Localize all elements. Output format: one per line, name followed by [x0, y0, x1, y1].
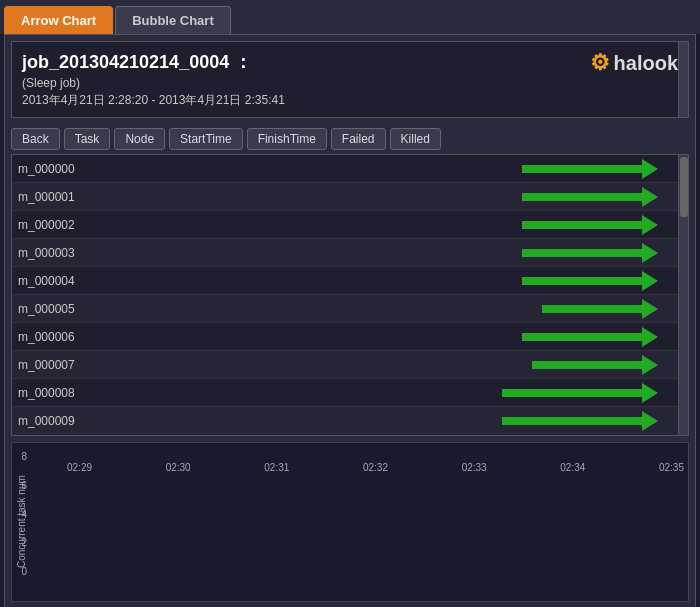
- arrow-indicator: [522, 243, 658, 263]
- arrow-indicator: [522, 215, 658, 235]
- x-axis-labels: 02:2902:3002:3102:3202:3302:3402:35: [67, 451, 684, 475]
- arrow-indicator: [522, 187, 658, 207]
- chart-wrapper: 86420 02:2902:3002:3102:3202:3302:3402:3…: [31, 443, 688, 601]
- row-content: [92, 183, 688, 210]
- arrow-shaft: [522, 249, 642, 257]
- arrow-row: m_000002: [12, 211, 688, 239]
- ctrl-btn-failed[interactable]: Failed: [331, 128, 386, 150]
- arrow-rows: m_000000m_000001m_000002m_000003m_000004…: [12, 155, 688, 435]
- ctrl-btn-task[interactable]: Task: [64, 128, 111, 150]
- row-label: m_000003: [12, 246, 92, 260]
- arrow-row: m_000009: [12, 407, 688, 435]
- arrow-indicator: [522, 327, 658, 347]
- arrow-row: m_000003: [12, 239, 688, 267]
- arrow-chart-table: halook m_000000m_000001m_000002m_000003m…: [11, 154, 689, 436]
- arrow-indicator: [522, 159, 658, 179]
- y-tick: 4: [21, 509, 27, 520]
- y-tick: 2: [21, 537, 27, 548]
- arrow-shaft: [542, 305, 642, 313]
- arrow-shaft: [522, 333, 642, 341]
- row-label: m_000004: [12, 274, 92, 288]
- ctrl-btn-killed[interactable]: Killed: [390, 128, 441, 150]
- chart-inner: 02:2902:3002:3102:3202:3302:3402:35: [63, 443, 688, 475]
- job-header: job_201304210214_0004 ： (Sleep job) 2013…: [11, 41, 689, 118]
- job-title: job_201304210214_0004 ：: [22, 50, 285, 74]
- x-tick: 02:32: [363, 462, 388, 473]
- arrow-head: [642, 271, 658, 291]
- ctrl-btn-finishtime[interactable]: FinishTime: [247, 128, 327, 150]
- table-scrollbar[interactable]: [678, 155, 688, 435]
- arrow-indicator: [502, 383, 658, 403]
- arrow-row: m_000004: [12, 267, 688, 295]
- x-tick: 02:31: [264, 462, 289, 473]
- arrow-indicator: [542, 299, 658, 319]
- ctrl-btn-node[interactable]: Node: [114, 128, 165, 150]
- row-label: m_000005: [12, 302, 92, 316]
- row-label: m_000007: [12, 358, 92, 372]
- gear-icon: ⚙: [590, 50, 610, 76]
- row-label: m_000008: [12, 386, 92, 400]
- header-scrollbar[interactable]: [678, 42, 688, 117]
- row-content: [92, 295, 688, 322]
- arrow-head: [642, 243, 658, 263]
- arrow-row: m_000007: [12, 351, 688, 379]
- job-info: job_201304210214_0004 ： (Sleep job) 2013…: [22, 50, 285, 109]
- tab-arrow-chart[interactable]: Arrow Chart: [4, 6, 113, 34]
- tab-bubble-chart-label: Bubble Chart: [132, 13, 214, 28]
- arrow-row: m_000000: [12, 155, 688, 183]
- x-tick: 02:34: [560, 462, 585, 473]
- scroll-thumb: [680, 157, 688, 217]
- x-tick: 02:33: [462, 462, 487, 473]
- arrow-shaft: [522, 165, 642, 173]
- arrow-row: m_000001: [12, 183, 688, 211]
- row-content: [92, 407, 688, 435]
- arrow-row: m_000006: [12, 323, 688, 351]
- arrow-shaft: [522, 193, 642, 201]
- y-tick: 6: [21, 480, 27, 491]
- arrow-head: [642, 411, 658, 431]
- x-tick: 02:30: [166, 462, 191, 473]
- arrow-indicator: [502, 411, 658, 431]
- arrow-head: [642, 159, 658, 179]
- halook-brand: halook: [614, 52, 678, 75]
- arrow-shaft: [502, 417, 642, 425]
- ctrl-btn-starttime[interactable]: StartTime: [169, 128, 243, 150]
- arrow-head: [642, 187, 658, 207]
- arrow-shaft: [532, 361, 642, 369]
- ctrl-btn-back[interactable]: Back: [11, 128, 60, 150]
- arrow-head: [642, 355, 658, 375]
- row-content: [92, 323, 688, 350]
- x-tick: 02:35: [659, 462, 684, 473]
- tab-bubble-chart[interactable]: Bubble Chart: [115, 6, 231, 34]
- main-panel: job_201304210214_0004 ： (Sleep job) 2013…: [4, 34, 696, 607]
- y-axis-labels: 86420: [3, 451, 27, 577]
- arrow-indicator: [532, 355, 658, 375]
- x-tick: 02:29: [67, 462, 92, 473]
- row-label: m_000001: [12, 190, 92, 204]
- row-label: m_000002: [12, 218, 92, 232]
- arrow-shaft: [522, 221, 642, 229]
- y-tick: 0: [21, 566, 27, 577]
- arrow-head: [642, 383, 658, 403]
- halook-logo: ⚙ halook: [590, 50, 678, 76]
- arrow-row: m_000005: [12, 295, 688, 323]
- row-content: [92, 379, 688, 406]
- arrow-head: [642, 327, 658, 347]
- arrow-head: [642, 299, 658, 319]
- job-timerange: 2013年4月21日 2:28:20 - 2013年4月21日 2:35:41: [22, 92, 285, 109]
- row-label: m_000009: [12, 414, 92, 428]
- row-content: [92, 155, 688, 182]
- row-content: [92, 351, 688, 378]
- row-content: [92, 211, 688, 238]
- arrow-head: [642, 215, 658, 235]
- arrow-row: m_000008: [12, 379, 688, 407]
- tab-bar: Arrow Chart Bubble Chart: [0, 0, 700, 34]
- row-content: [92, 239, 688, 266]
- row-label: m_000006: [12, 330, 92, 344]
- arrow-indicator: [522, 271, 658, 291]
- row-label: m_000000: [12, 162, 92, 176]
- controls-bar: BackTaskNodeStartTimeFinishTimeFailedKil…: [5, 124, 695, 154]
- tab-arrow-chart-label: Arrow Chart: [21, 13, 96, 28]
- y-tick: 8: [21, 451, 27, 462]
- job-subtitle: (Sleep job): [22, 76, 285, 90]
